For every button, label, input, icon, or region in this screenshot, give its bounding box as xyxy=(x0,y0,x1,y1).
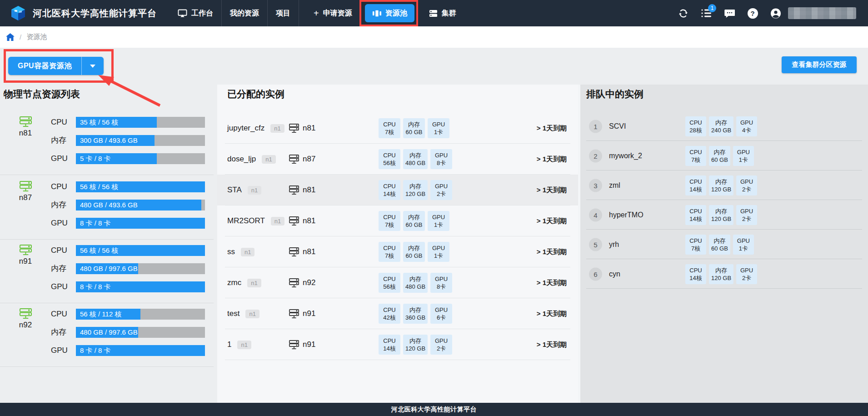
queued-instance-row[interactable]: 4 hyperTMO CPU14核 内存120 GB GPU2卡 xyxy=(580,200,862,230)
view-cluster-partition-button[interactable]: 查看集群分区资源 xyxy=(782,56,857,73)
refresh-icon[interactable] xyxy=(678,8,688,19)
breadcrumb-current[interactable]: 资源池 xyxy=(26,33,47,41)
queued-instance-row[interactable]: 2 mywork_2 CPU7核 内存60 GB GPU1卡 xyxy=(580,141,862,170)
task-list-icon[interactable]: 1 xyxy=(701,8,712,19)
nav-item-workbench[interactable]: 工作台 xyxy=(170,0,221,26)
user-avatar[interactable] xyxy=(770,8,781,19)
meter-value: 56 核 / 112 核 xyxy=(80,309,121,320)
meter-value: 480 GB / 997.6 GB xyxy=(80,327,138,338)
breadcrumb-separator: / xyxy=(20,33,21,41)
gpu-chip: GPU2卡 xyxy=(736,264,757,284)
instance-name: test xyxy=(227,309,239,318)
meter-label: GPU xyxy=(51,281,68,292)
node-meter-row: CPU 56 核 / 56 核 xyxy=(0,245,214,256)
meter-value: 56 核 / 56 核 xyxy=(80,181,118,192)
node-meter-row: 内存 300 GB / 493.6 GB xyxy=(0,135,214,146)
cluster-icon xyxy=(429,9,438,18)
gpu-chip: GPU1卡 xyxy=(428,242,449,262)
allocated-instance-row[interactable]: zmc n1 n92 CPU56核 内存480 GB GPU8卡 > 1天到期 xyxy=(217,267,578,298)
cpu-chip: CPU56核 xyxy=(379,273,400,293)
allocated-instance-row[interactable]: jupyter_cfz n1 n81 CPU7核 内存60 GB GPU1卡 >… xyxy=(217,113,578,144)
resource-chips: CPU28核 内存240 GB GPU4卡 xyxy=(685,116,757,136)
instance-node-name: n92 xyxy=(303,278,315,287)
meter-label: GPU xyxy=(51,153,68,164)
nav-item-projects[interactable]: 项目 xyxy=(267,0,299,26)
meter-label: 内存 xyxy=(51,135,66,146)
physical-node-card[interactable]: n87 CPU 56 核 / 56 核 内存 480 GB / 493.6 GB… xyxy=(0,176,214,240)
meter-value: 56 核 / 56 核 xyxy=(80,245,118,256)
node-meter-row: 内存 480 GB / 997.6 GB xyxy=(0,327,214,338)
message-icon[interactable] xyxy=(724,8,735,19)
nav-item-my-resources[interactable]: 我的资源 xyxy=(221,0,267,26)
pool-selector-button[interactable]: GPU容器资源池 xyxy=(8,57,104,75)
left-panel-title: 物理节点资源列表 xyxy=(4,88,80,100)
allocated-instance-row[interactable]: dose_ljp n1 n87 CPU56核 内存480 GB GPU8卡 > … xyxy=(217,144,578,175)
platform-title: 河北医科大学高性能计算平台 xyxy=(33,7,157,20)
physical-node-card[interactable]: n92 CPU 56 核 / 112 核 内存 480 GB / 997.6 G… xyxy=(0,303,214,367)
instance-node: n81 xyxy=(289,185,315,195)
expiry-text: > 1天到期 xyxy=(537,155,567,164)
top-navbar: 河北医科大学高性能计算平台 工作台 我的资源 项目 + 申请资源 xyxy=(0,0,868,26)
meter-value: 5 卡 / 8 卡 xyxy=(80,153,111,164)
expiry-text: > 1天到期 xyxy=(537,186,567,195)
physical-node-card[interactable]: n81 CPU 35 核 / 56 核 内存 300 GB / 493.6 GB… xyxy=(0,111,214,175)
queued-instance-row[interactable]: 5 yrh CPU7核 内存60 GB GPU1卡 xyxy=(580,230,862,259)
queued-instance-name: yrh xyxy=(609,241,619,249)
queued-instance-row[interactable]: 6 cyn CPU14核 内存120 GB GPU2卡 xyxy=(580,259,862,289)
resource-chips: CPU56核 内存480 GB GPU8卡 xyxy=(379,273,452,293)
help-icon[interactable]: ? xyxy=(747,8,758,19)
mem-chip: 内存480 GB xyxy=(403,273,428,293)
annotation-arrow xyxy=(91,69,168,109)
username-redacted[interactable] xyxy=(788,7,856,19)
home-icon[interactable] xyxy=(6,33,15,41)
cpu-chip: CPU14核 xyxy=(685,264,706,284)
resource-meter: 56 核 / 56 核 xyxy=(76,181,205,192)
cpu-chip: CPU28核 xyxy=(685,116,706,136)
node-meter-row: CPU 56 核 / 56 核 xyxy=(0,181,214,192)
gpu-chip: GPU1卡 xyxy=(733,146,754,166)
node-meter-row: 内存 480 GB / 493.6 GB xyxy=(0,200,214,211)
gpu-chip: GPU8卡 xyxy=(430,149,452,169)
allocated-instance-row[interactable]: STA n1 n81 CPU14核 内存120 GB GPU2卡 > 1天到期 xyxy=(217,175,578,205)
cpu-chip: CPU14核 xyxy=(379,180,400,200)
instance-name: 1 xyxy=(227,340,231,349)
allocated-instance-row[interactable]: test n1 n91 CPU42核 内存360 GB GPU6卡 > 1天到期 xyxy=(217,298,578,329)
allocated-instance-row[interactable]: MR2SORT n1 n81 CPU7核 内存60 GB GPU1卡 > 1天到… xyxy=(217,205,578,236)
queue-position-badge: 6 xyxy=(589,267,602,281)
allocated-instance-row[interactable]: ss n1 n81 CPU7核 内存60 GB GPU1卡 > 1天到期 xyxy=(217,236,578,267)
cpu-chip: CPU7核 xyxy=(685,146,706,166)
nav-item-resource-pool[interactable]: 资源池 xyxy=(365,4,414,22)
cpu-chip: CPU7核 xyxy=(379,242,400,262)
resource-chips: CPU14核 内存120 GB GPU2卡 xyxy=(379,335,452,355)
instance-tag: n1 xyxy=(270,124,284,133)
pool-selector-dropdown[interactable] xyxy=(81,57,104,75)
meter-value: 300 GB / 493.6 GB xyxy=(80,135,138,146)
physical-node-card[interactable]: n91 CPU 56 核 / 56 核 内存 480 GB / 997.6 GB… xyxy=(0,240,214,303)
allocated-instance-row[interactable]: 1 n1 n91 CPU14核 内存120 GB GPU2卡 > 1天到期 xyxy=(217,329,578,360)
node-meter-row: GPU 5 卡 / 8 卡 xyxy=(0,153,214,164)
expiry-text: > 1天到期 xyxy=(537,341,567,349)
gpu-chip: GPU2卡 xyxy=(736,175,757,195)
right-panel-title: 排队中的实例 xyxy=(586,88,644,100)
queued-instance-row[interactable]: 1 SCVI CPU28核 内存240 GB GPU4卡 xyxy=(580,111,862,141)
server-icon-dark xyxy=(289,185,299,195)
resource-meter: 300 GB / 493.6 GB xyxy=(76,135,205,146)
chevron-down-icon xyxy=(90,65,95,68)
server-icon-dark xyxy=(289,247,299,257)
meter-value: 8 卡 / 8 卡 xyxy=(80,218,111,229)
gpu-chip: GPU4卡 xyxy=(736,116,757,136)
instance-name: zmc xyxy=(227,278,241,287)
instance-node-name: n91 xyxy=(303,340,315,349)
gpu-chip: GPU2卡 xyxy=(430,335,452,355)
cpu-chip: CPU56核 xyxy=(379,149,400,169)
queued-instance-row[interactable]: 3 zml CPU14核 内存120 GB GPU2卡 xyxy=(580,170,862,200)
resource-meter: 35 核 / 56 核 xyxy=(76,117,205,128)
expiry-text: > 1天到期 xyxy=(537,310,567,318)
instance-name: ss xyxy=(227,247,235,256)
gpu-chip: GPU1卡 xyxy=(733,235,754,255)
queue-position-badge: 3 xyxy=(589,179,602,192)
pool-selector-label: GPU容器资源池 xyxy=(8,57,81,75)
nav-item-apply-resources[interactable]: + 申请资源 xyxy=(305,0,360,26)
nav-item-cluster[interactable]: 集群 xyxy=(421,0,464,26)
gpu-chip: GPU1卡 xyxy=(428,211,449,231)
